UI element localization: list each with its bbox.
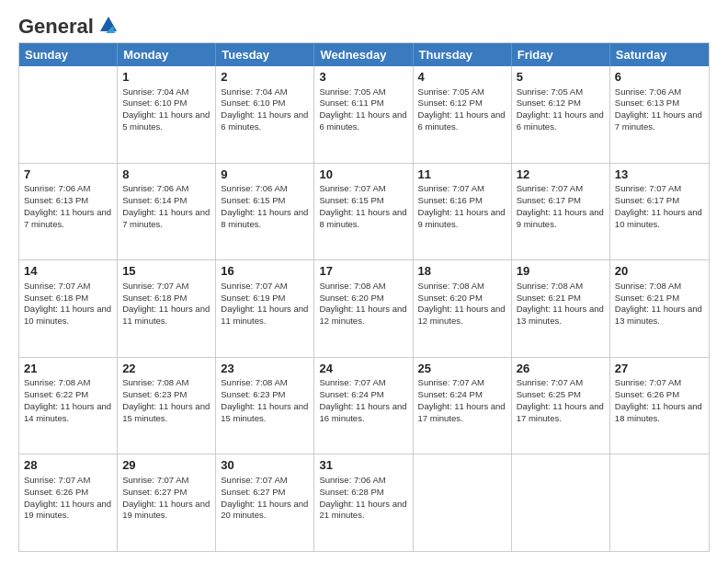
calendar-cell: 19Sunrise: 7:08 AMSunset: 6:21 PMDayligh… — [512, 260, 610, 357]
sunset: Sunset: 6:21 PM — [615, 293, 679, 303]
day-number: 19 — [517, 263, 605, 280]
sunrise: Sunrise: 7:06 AM — [24, 183, 90, 193]
sunset: Sunset: 6:13 PM — [24, 195, 88, 205]
sunset: Sunset: 6:24 PM — [418, 389, 483, 399]
day-number: 29 — [122, 457, 210, 474]
calendar-cell: 20Sunrise: 7:08 AMSunset: 6:21 PMDayligh… — [610, 260, 709, 357]
sunrise: Sunrise: 7:07 AM — [517, 183, 583, 193]
daylight: Daylight: 11 hours and 6 minutes. — [221, 109, 308, 132]
day-number: 7 — [24, 167, 112, 183]
calendar-cell: 4Sunrise: 7:05 AMSunset: 6:12 PMDaylight… — [414, 66, 512, 163]
weekday-header: Friday — [512, 43, 610, 66]
logo-general-text: General — [18, 15, 94, 39]
calendar-cell: 2Sunrise: 7:04 AMSunset: 6:10 PMDaylight… — [216, 66, 314, 163]
day-number: 5 — [517, 69, 605, 86]
daylight: Daylight: 11 hours and 12 minutes. — [319, 304, 406, 326]
day-number: 31 — [319, 457, 407, 474]
calendar-cell: 14Sunrise: 7:07 AMSunset: 6:18 PMDayligh… — [19, 260, 118, 357]
daylight: Daylight: 11 hours and 18 minutes. — [615, 401, 702, 423]
calendar-header: SundayMondayTuesdayWednesdayThursdayFrid… — [19, 43, 709, 66]
sunrise: Sunrise: 7:08 AM — [418, 281, 484, 291]
day-number: 3 — [319, 69, 407, 86]
calendar-cell: 15Sunrise: 7:07 AMSunset: 6:18 PMDayligh… — [118, 260, 216, 357]
daylight: Daylight: 11 hours and 7 minutes. — [122, 207, 210, 229]
sunset: Sunset: 6:25 PM — [517, 389, 581, 399]
sunset: Sunset: 6:24 PM — [319, 389, 383, 399]
sunrise: Sunrise: 7:07 AM — [221, 475, 287, 485]
calendar-cell — [414, 454, 512, 551]
sunrise: Sunrise: 7:04 AM — [221, 86, 287, 97]
sunrise: Sunrise: 7:06 AM — [615, 86, 681, 97]
sunset: Sunset: 6:14 PM — [122, 195, 187, 205]
sunrise: Sunrise: 7:07 AM — [418, 183, 484, 193]
calendar-cell: 23Sunrise: 7:08 AMSunset: 6:23 PMDayligh… — [216, 358, 314, 454]
sunset: Sunset: 6:18 PM — [122, 293, 187, 303]
day-number: 25 — [418, 361, 506, 377]
calendar-cell: 31Sunrise: 7:06 AMSunset: 6:28 PMDayligh… — [314, 454, 413, 551]
day-number: 6 — [615, 69, 704, 86]
day-number: 11 — [418, 167, 506, 183]
sunrise: Sunrise: 7:08 AM — [319, 281, 385, 291]
daylight: Daylight: 11 hours and 9 minutes. — [517, 207, 604, 229]
day-number: 20 — [615, 263, 704, 280]
page: General SundayMondayTuesdayWednesdayThur… — [0, 0, 728, 563]
calendar-row: 7Sunrise: 7:06 AMSunset: 6:13 PMDaylight… — [19, 164, 709, 261]
daylight: Daylight: 11 hours and 17 minutes. — [517, 401, 604, 423]
day-number: 10 — [319, 167, 407, 183]
sunrise: Sunrise: 7:08 AM — [221, 377, 287, 387]
sunset: Sunset: 6:11 PM — [319, 98, 383, 108]
sunrise: Sunrise: 7:06 AM — [319, 475, 385, 485]
calendar-cell: 10Sunrise: 7:07 AMSunset: 6:15 PMDayligh… — [314, 164, 413, 260]
daylight: Daylight: 11 hours and 12 minutes. — [418, 304, 506, 326]
calendar-cell: 21Sunrise: 7:08 AMSunset: 6:22 PMDayligh… — [19, 358, 118, 454]
sunset: Sunset: 6:28 PM — [319, 487, 383, 497]
sunrise: Sunrise: 7:07 AM — [24, 475, 90, 485]
calendar-cell: 5Sunrise: 7:05 AMSunset: 6:12 PMDaylight… — [512, 66, 610, 163]
day-number: 16 — [221, 263, 309, 280]
calendar-cell: 27Sunrise: 7:07 AMSunset: 6:26 PMDayligh… — [610, 358, 709, 454]
daylight: Daylight: 11 hours and 16 minutes. — [319, 401, 406, 423]
calendar-cell: 12Sunrise: 7:07 AMSunset: 6:17 PMDayligh… — [512, 164, 610, 260]
sunset: Sunset: 6:12 PM — [418, 98, 483, 108]
sunset: Sunset: 6:27 PM — [122, 487, 187, 497]
day-number: 26 — [517, 361, 605, 377]
sunrise: Sunrise: 7:07 AM — [122, 281, 188, 291]
sunset: Sunset: 6:27 PM — [221, 487, 285, 497]
calendar-body: 1Sunrise: 7:04 AMSunset: 6:10 PMDaylight… — [19, 66, 709, 551]
sunrise: Sunrise: 7:07 AM — [319, 183, 385, 193]
day-number: 24 — [319, 361, 407, 377]
calendar-cell — [512, 454, 610, 551]
day-number: 13 — [615, 167, 704, 183]
weekday-header: Tuesday — [216, 43, 314, 66]
sunrise: Sunrise: 7:06 AM — [122, 183, 188, 193]
weekday-header: Thursday — [414, 43, 512, 66]
calendar-cell — [610, 454, 709, 551]
daylight: Daylight: 11 hours and 14 minutes. — [24, 401, 111, 423]
sunset: Sunset: 6:18 PM — [24, 293, 88, 303]
daylight: Daylight: 11 hours and 11 minutes. — [122, 304, 210, 326]
day-number: 21 — [24, 361, 112, 377]
daylight: Daylight: 11 hours and 13 minutes. — [517, 304, 604, 326]
sunrise: Sunrise: 7:08 AM — [24, 377, 90, 387]
weekday-header: Saturday — [610, 43, 709, 66]
daylight: Daylight: 11 hours and 20 minutes. — [221, 499, 308, 521]
calendar-cell: 6Sunrise: 7:06 AMSunset: 6:13 PMDaylight… — [610, 66, 709, 163]
sunset: Sunset: 6:17 PM — [615, 195, 679, 205]
sunset: Sunset: 6:23 PM — [122, 389, 187, 399]
sunset: Sunset: 6:17 PM — [517, 195, 581, 205]
sunset: Sunset: 6:12 PM — [517, 98, 581, 108]
sunset: Sunset: 6:20 PM — [418, 293, 483, 303]
day-number: 12 — [517, 167, 605, 183]
sunrise: Sunrise: 7:08 AM — [122, 377, 188, 387]
sunset: Sunset: 6:19 PM — [221, 293, 285, 303]
sunset: Sunset: 6:10 PM — [221, 98, 285, 108]
sunrise: Sunrise: 7:07 AM — [418, 377, 484, 387]
day-number: 14 — [24, 263, 112, 280]
weekday-header: Sunday — [19, 43, 118, 66]
calendar-cell: 28Sunrise: 7:07 AMSunset: 6:26 PMDayligh… — [19, 454, 118, 551]
sunset: Sunset: 6:15 PM — [319, 195, 383, 205]
day-number: 17 — [319, 263, 407, 280]
daylight: Daylight: 11 hours and 15 minutes. — [221, 401, 308, 423]
sunrise: Sunrise: 7:06 AM — [221, 183, 287, 193]
sunset: Sunset: 6:13 PM — [615, 98, 679, 108]
